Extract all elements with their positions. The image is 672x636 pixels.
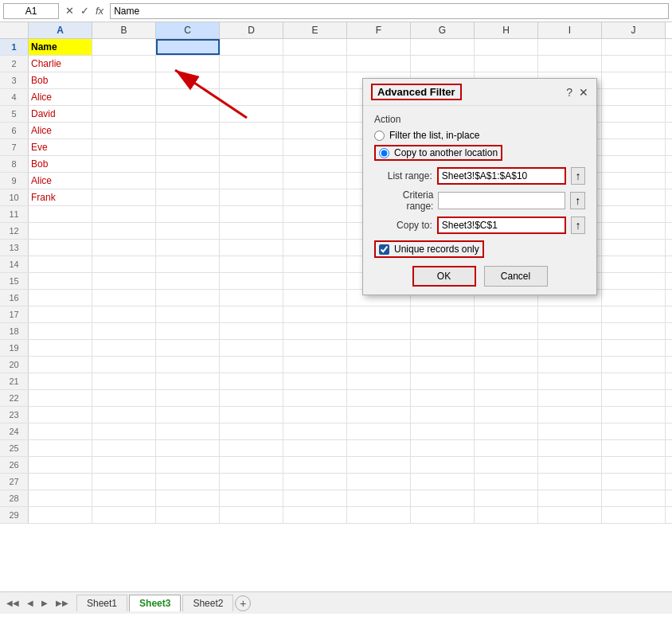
list-item[interactable] bbox=[156, 407, 220, 423]
list-item[interactable] bbox=[156, 123, 220, 139]
formula-confirm-icon[interactable]: ✓ bbox=[79, 5, 91, 17]
list-item[interactable] bbox=[602, 173, 666, 189]
list-item[interactable] bbox=[156, 357, 220, 373]
list-item[interactable] bbox=[220, 72, 283, 88]
col-header-H[interactable]: H bbox=[475, 22, 538, 38]
list-item[interactable] bbox=[29, 423, 92, 439]
list-item[interactable]: Alice bbox=[29, 173, 92, 189]
list-item[interactable] bbox=[602, 474, 666, 490]
list-item[interactable] bbox=[156, 423, 220, 439]
list-item[interactable] bbox=[283, 390, 347, 406]
list-item[interactable] bbox=[92, 273, 156, 289]
list-item[interactable] bbox=[29, 256, 92, 272]
list-item[interactable] bbox=[411, 323, 475, 339]
list-item[interactable] bbox=[156, 490, 220, 506]
list-item[interactable] bbox=[475, 440, 538, 456]
list-item[interactable] bbox=[220, 56, 283, 72]
list-range-picker-button[interactable]: ↑ bbox=[571, 167, 585, 185]
list-item[interactable] bbox=[538, 323, 602, 339]
list-item[interactable] bbox=[602, 273, 666, 289]
list-item[interactable] bbox=[538, 407, 602, 423]
list-item[interactable] bbox=[220, 440, 283, 456]
list-item[interactable] bbox=[347, 323, 411, 339]
list-item[interactable] bbox=[156, 156, 220, 172]
list-item[interactable] bbox=[220, 474, 283, 490]
list-item[interactable] bbox=[220, 357, 283, 373]
list-item[interactable] bbox=[29, 373, 92, 389]
list-item[interactable] bbox=[29, 206, 92, 222]
list-item[interactable] bbox=[92, 240, 156, 256]
list-item[interactable] bbox=[156, 139, 220, 155]
list-item[interactable] bbox=[347, 390, 411, 406]
list-item[interactable] bbox=[602, 290, 666, 306]
list-item[interactable]: Charlie bbox=[29, 56, 92, 72]
col-header-A[interactable]: A bbox=[29, 22, 92, 38]
list-item[interactable] bbox=[92, 390, 156, 406]
list-item[interactable] bbox=[283, 206, 347, 222]
list-item[interactable] bbox=[475, 39, 538, 55]
list-item[interactable]: Name bbox=[29, 39, 92, 55]
criteria-range-picker-button[interactable]: ↑ bbox=[570, 192, 585, 209]
list-item[interactable] bbox=[538, 440, 602, 456]
list-item[interactable] bbox=[29, 240, 92, 256]
tab-nav-prev[interactable]: ◀ bbox=[24, 597, 37, 609]
list-item[interactable] bbox=[411, 373, 475, 389]
list-item[interactable] bbox=[411, 490, 475, 506]
list-item[interactable] bbox=[602, 306, 666, 322]
list-item[interactable] bbox=[283, 39, 347, 55]
list-item[interactable] bbox=[283, 373, 347, 389]
list-item[interactable] bbox=[347, 407, 411, 423]
list-item[interactable] bbox=[156, 457, 220, 473]
list-item[interactable] bbox=[602, 373, 666, 389]
list-item[interactable] bbox=[29, 290, 92, 306]
list-item[interactable] bbox=[347, 357, 411, 373]
list-item[interactable] bbox=[475, 490, 538, 506]
list-item[interactable] bbox=[475, 474, 538, 490]
list-item[interactable] bbox=[283, 223, 347, 239]
list-item[interactable] bbox=[347, 340, 411, 356]
list-item[interactable] bbox=[283, 290, 347, 306]
tab-nav-next[interactable]: ▶ bbox=[38, 597, 51, 609]
list-item[interactable] bbox=[538, 306, 602, 322]
list-item[interactable] bbox=[220, 39, 283, 55]
list-item[interactable] bbox=[283, 240, 347, 256]
list-item[interactable] bbox=[538, 373, 602, 389]
list-item[interactable] bbox=[475, 457, 538, 473]
list-item[interactable] bbox=[602, 256, 666, 272]
list-item[interactable] bbox=[92, 357, 156, 373]
list-item[interactable] bbox=[220, 373, 283, 389]
dialog-close-button[interactable]: ✕ bbox=[579, 86, 588, 99]
list-item[interactable] bbox=[220, 256, 283, 272]
list-item[interactable] bbox=[156, 56, 220, 72]
list-item[interactable]: Frank bbox=[29, 189, 92, 205]
list-item[interactable] bbox=[92, 156, 156, 172]
list-item[interactable] bbox=[29, 457, 92, 473]
radio-inplace-input[interactable] bbox=[374, 131, 385, 141]
list-item[interactable] bbox=[475, 357, 538, 373]
list-item[interactable] bbox=[475, 507, 538, 523]
col-header-I[interactable]: I bbox=[538, 22, 602, 38]
list-item[interactable] bbox=[92, 407, 156, 423]
sheet-tab-Sheet2[interactable]: Sheet2 bbox=[182, 595, 233, 611]
list-item[interactable]: David bbox=[29, 106, 92, 122]
cancel-button[interactable]: Cancel bbox=[484, 266, 548, 287]
list-item[interactable] bbox=[156, 89, 220, 105]
list-item[interactable] bbox=[92, 89, 156, 105]
list-item[interactable] bbox=[156, 223, 220, 239]
list-item[interactable] bbox=[92, 72, 156, 88]
list-item[interactable] bbox=[283, 56, 347, 72]
list-item[interactable] bbox=[602, 139, 666, 155]
list-item[interactable] bbox=[29, 440, 92, 456]
list-item[interactable] bbox=[156, 256, 220, 272]
list-item[interactable] bbox=[602, 106, 666, 122]
list-item[interactable]: Bob bbox=[29, 156, 92, 172]
list-item[interactable] bbox=[92, 340, 156, 356]
list-item[interactable] bbox=[538, 340, 602, 356]
list-item[interactable] bbox=[220, 390, 283, 406]
list-item[interactable] bbox=[92, 306, 156, 322]
sheet-tab-Sheet1[interactable]: Sheet1 bbox=[76, 595, 127, 611]
radio-copy-location[interactable]: Copy to another location bbox=[374, 145, 502, 161]
formula-cancel-icon[interactable]: ✕ bbox=[64, 5, 76, 17]
list-item[interactable] bbox=[411, 39, 475, 55]
list-item[interactable] bbox=[475, 340, 538, 356]
